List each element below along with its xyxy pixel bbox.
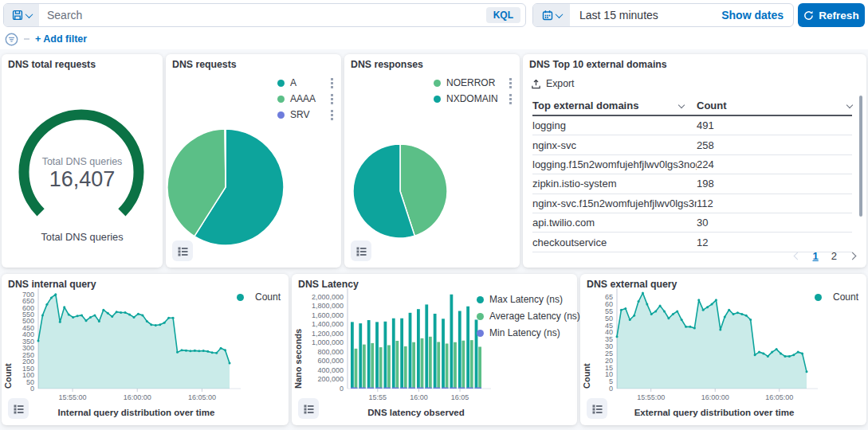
svg-text:16:05:00: 16:05:00: [188, 393, 216, 401]
legend-item[interactable]: NXDOMAIN: [434, 91, 513, 107]
column-header-count[interactable]: Count: [697, 100, 852, 111]
legend-dot: [434, 80, 441, 87]
legend-dot: [277, 80, 285, 87]
next-page-icon[interactable]: [849, 252, 857, 260]
legend-actions-icon[interactable]: [329, 92, 335, 106]
legend-toggle-button[interactable]: [8, 398, 29, 419]
svg-text:25: 25: [605, 350, 613, 358]
table-row[interactable]: logging.f15n2womfujehfjlwv0lgs3nog....22…: [532, 155, 852, 174]
export-button[interactable]: Export: [531, 78, 575, 89]
svg-text:16:05: 16:05: [451, 393, 469, 401]
list-icon: [303, 403, 315, 415]
gauge-center-label: Total DNS queries: [2, 156, 163, 167]
prev-page-icon[interactable]: [793, 252, 801, 260]
legend-label: Count: [833, 291, 858, 303]
svg-text:30: 30: [605, 342, 613, 350]
panel-dns-requests: DNS requests A AAAA SRV: [166, 54, 341, 268]
legend: NOERROR NXDOMAIN: [434, 75, 513, 107]
table-scrollbar[interactable]: [859, 96, 862, 217]
search-input[interactable]: [39, 4, 486, 26]
legend-dot: [477, 296, 484, 303]
svg-text:15:55: 15:55: [369, 393, 387, 401]
legend-toggle-button[interactable]: [351, 240, 371, 261]
svg-text:10: 10: [605, 370, 613, 378]
column-label: Count: [697, 100, 727, 111]
divider: [24, 38, 29, 40]
svg-text:1,400,000: 1,400,000: [312, 320, 344, 328]
table-row[interactable]: nginx-svc258: [532, 135, 852, 154]
saved-query-menu-button[interactable]: [4, 4, 39, 26]
svg-text:15:55:00: 15:55:00: [637, 393, 665, 401]
domain-cell: nginx-svc.f15n2womfujehfjlwv0lgs3no...: [532, 197, 697, 209]
legend: A AAAA SRV: [277, 75, 335, 123]
table-row[interactable]: zipkin.istio-system198: [532, 174, 852, 194]
domain-cell: api.twilio.com: [532, 217, 697, 229]
refresh-button[interactable]: Refresh: [798, 3, 865, 27]
legend-item[interactable]: Min Latency (ns): [477, 325, 574, 341]
svg-text:16:05:00: 16:05:00: [765, 393, 793, 401]
legend-toggle-button[interactable]: [587, 398, 607, 419]
table-row[interactable]: nginx-svc.f15n2womfujehfjlwv0lgs3no...11…: [532, 194, 852, 213]
domain-cell: checkoutservice: [532, 236, 697, 248]
gauge-bottom-label: Total DNS queries: [2, 231, 163, 243]
svg-text:1,000,000: 1,000,000: [312, 338, 344, 346]
sort-chevron-icon: [678, 102, 685, 108]
legend-item[interactable]: Average Latency (ns): [477, 308, 574, 324]
legend-dot: [277, 111, 285, 119]
legend-item[interactable]: A: [277, 75, 335, 91]
svg-text:15: 15: [605, 364, 613, 372]
legend-toggle-button[interactable]: [298, 398, 319, 419]
table-row[interactable]: logging491: [532, 116, 852, 135]
svg-text:55: 55: [605, 307, 613, 315]
legend-item[interactable]: SRV: [277, 107, 335, 123]
legend-dot: [815, 294, 822, 301]
svg-text:16:00:00: 16:00:00: [124, 393, 151, 401]
table-row[interactable]: api.twilio.com30: [532, 213, 852, 233]
domain-cell: zipkin.istio-system: [532, 178, 697, 190]
svg-text:16:00: 16:00: [410, 393, 428, 401]
filter-bar: + Add filter: [5, 31, 87, 47]
list-icon: [355, 245, 367, 257]
kql-language-button[interactable]: KQL: [486, 7, 520, 23]
legend[interactable]: Count: [237, 291, 281, 303]
svg-text:16:00:00: 16:00:00: [701, 393, 729, 401]
svg-text:0: 0: [609, 385, 613, 393]
refresh-label: Refresh: [819, 10, 858, 22]
svg-text:50: 50: [605, 315, 613, 322]
legend-actions-icon[interactable]: [329, 76, 335, 90]
time-range-value[interactable]: Last 15 minutes: [570, 4, 721, 26]
legend-label: NOERROR: [446, 77, 495, 88]
calendar-menu-button[interactable]: [533, 4, 570, 26]
legend-dot: [477, 313, 484, 320]
count-cell: 112: [697, 197, 852, 209]
show-dates-button[interactable]: Show dates: [721, 4, 793, 26]
svg-text:5: 5: [609, 377, 613, 385]
svg-text:45: 45: [605, 322, 613, 330]
svg-text:35: 35: [605, 335, 613, 343]
legend-actions-icon[interactable]: [508, 92, 513, 106]
column-header-domains[interactable]: Top external domains: [532, 100, 697, 111]
y-axis-title: Count: [582, 290, 591, 389]
legend-actions-icon[interactable]: [329, 108, 335, 122]
legend-item[interactable]: AAAA: [277, 91, 335, 107]
y-axis-title: Count: [3, 290, 13, 389]
legend-item[interactable]: Max Latency (ns): [477, 291, 574, 307]
svg-text:800,000: 800,000: [317, 348, 344, 356]
list-icon: [177, 245, 189, 257]
legend-label: Min Latency (ns): [489, 327, 560, 338]
add-filter-button[interactable]: + Add filter: [35, 33, 87, 45]
panel-dns-external-query: DNS external query 051015202530354045505…: [580, 274, 866, 425]
legend-actions-icon[interactable]: [508, 76, 513, 90]
legend-item[interactable]: NOERROR: [434, 75, 513, 91]
legend[interactable]: Count: [815, 291, 858, 303]
legend-label: Average Latency (ns): [489, 311, 580, 322]
svg-text:2,000,000: 2,000,000: [312, 293, 344, 301]
page-2-button[interactable]: 2: [831, 250, 837, 262]
calendar-icon: [542, 10, 553, 21]
page-1-button[interactable]: 1: [813, 250, 819, 262]
y-axis-title: Nano seconds: [293, 290, 303, 389]
count-cell: 30: [697, 217, 852, 229]
count-cell: 198: [697, 178, 852, 190]
gauge-value: 16,407: [2, 167, 163, 192]
legend-toggle-button[interactable]: [172, 240, 193, 261]
